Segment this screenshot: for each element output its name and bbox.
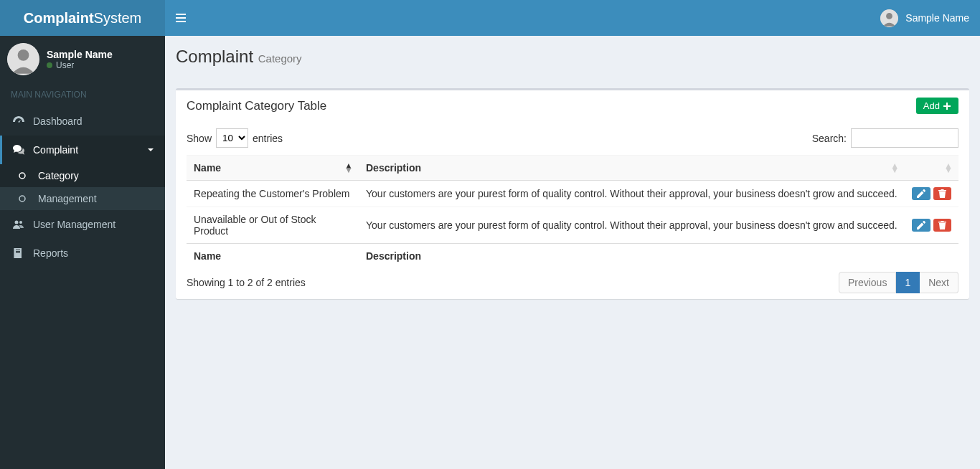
navbar-user-menu[interactable]: Sample Name xyxy=(880,9,969,27)
dashboard-icon xyxy=(13,116,27,126)
book-icon xyxy=(13,248,27,258)
pagination: Previous 1 Next xyxy=(839,277,958,288)
sidebar: Sample Name User MAIN NAVIGATION Dashboa… xyxy=(0,36,165,469)
online-status-icon xyxy=(47,62,52,68)
table-row: Repeating the Customer's Problem Your cu… xyxy=(187,181,958,207)
column-header-name[interactable]: Name ▲▼ xyxy=(187,156,359,181)
add-button[interactable]: Add xyxy=(916,98,958,114)
search-filter: Search: xyxy=(812,128,958,148)
sidebar-item-complaint[interactable]: Complaint xyxy=(0,136,165,164)
pagination-next[interactable]: Next xyxy=(920,272,958,293)
cell-description: Your customers are your purest form of q… xyxy=(359,181,905,207)
sidebar-toggle[interactable] xyxy=(176,13,186,23)
edit-icon xyxy=(917,189,925,198)
sidebar-item-label: Complaint xyxy=(33,144,78,156)
svg-rect-0 xyxy=(176,14,186,15)
plus-icon xyxy=(943,102,951,110)
users-icon xyxy=(13,219,27,229)
page-subtitle: Category xyxy=(258,52,302,65)
sort-icon: ▲▼ xyxy=(944,164,953,172)
sidebar-user-status: User xyxy=(47,60,113,70)
sort-asc-icon: ▲▼ xyxy=(344,164,353,172)
sidebar-item-label: User Management xyxy=(33,219,116,230)
avatar xyxy=(880,9,898,27)
navbar-user-name: Sample Name xyxy=(905,12,969,24)
column-header-description[interactable]: Description ▲▼ xyxy=(359,156,905,181)
footer-description: Description xyxy=(359,244,905,269)
svg-rect-1 xyxy=(176,17,186,19)
sidebar-item-user-management[interactable]: User Management xyxy=(0,210,165,239)
delete-button[interactable] xyxy=(933,219,951,232)
pagination-page-1[interactable]: 1 xyxy=(896,272,920,293)
brand-light: System xyxy=(94,10,142,26)
svg-point-8 xyxy=(19,196,25,202)
logo[interactable]: ComplaintSystem xyxy=(0,0,165,36)
edit-icon xyxy=(917,221,925,229)
svg-rect-13 xyxy=(943,105,951,107)
entries-select[interactable]: 10 xyxy=(216,128,248,148)
sidebar-item-dashboard[interactable]: Dashboard xyxy=(0,107,165,136)
box-title: Complaint Category Table xyxy=(187,99,326,113)
svg-point-10 xyxy=(19,221,22,224)
pagination-prev[interactable]: Previous xyxy=(839,272,896,293)
sidebar-item-label: Dashboard xyxy=(33,115,83,127)
svg-point-4 xyxy=(886,13,892,19)
chevron-down-icon xyxy=(147,146,154,153)
box: Complaint Category Table Add Show 10 xyxy=(176,88,969,299)
table-row: Unavailable or Out of Stock Product Your… xyxy=(187,207,958,244)
trash-icon xyxy=(938,189,946,198)
circle-o-icon xyxy=(18,194,32,203)
edit-button[interactable] xyxy=(912,219,930,232)
sidebar-user-panel: Sample Name User xyxy=(0,36,165,82)
edit-button[interactable] xyxy=(912,187,930,200)
footer-name: Name xyxy=(187,244,359,269)
sort-icon: ▲▼ xyxy=(890,164,899,172)
avatar xyxy=(7,43,39,75)
cell-name: Unavailable or Out of Stock Product xyxy=(187,207,359,244)
svg-point-6 xyxy=(18,49,29,61)
sidebar-item-category[interactable]: Category xyxy=(0,164,165,187)
column-header-actions[interactable]: ▲▼ xyxy=(905,156,958,181)
brand-bold: Complaint xyxy=(24,10,94,26)
svg-rect-2 xyxy=(176,21,186,22)
bars-icon xyxy=(176,13,186,23)
search-input[interactable] xyxy=(851,128,958,148)
delete-button[interactable] xyxy=(933,187,951,200)
sidebar-item-reports[interactable]: Reports xyxy=(0,239,165,267)
entries-length: Show 10 entries xyxy=(187,128,283,148)
cell-description: Your customers are your purest form of q… xyxy=(359,207,905,244)
cell-name: Repeating the Customer's Problem xyxy=(187,181,359,207)
navbar: Sample Name xyxy=(165,0,980,36)
trash-icon xyxy=(938,221,946,229)
svg-point-7 xyxy=(19,173,25,179)
sidebar-item-label: Reports xyxy=(33,247,68,259)
page-title: Complaint Category xyxy=(176,47,969,67)
sidebar-user-name: Sample Name xyxy=(47,49,113,60)
comments-icon xyxy=(13,145,27,155)
sidebar-item-management[interactable]: Management xyxy=(0,187,165,210)
content-header: Complaint Category xyxy=(165,36,980,77)
complaint-category-table: Name ▲▼ Description ▲▼ ▲▼ xyxy=(187,155,958,268)
svg-rect-11 xyxy=(14,248,15,258)
table-info: Showing 1 to 2 of 2 entries xyxy=(187,277,306,288)
sidebar-item-label: Management xyxy=(38,193,97,204)
svg-point-9 xyxy=(15,221,19,224)
circle-o-icon xyxy=(18,171,32,180)
sidebar-nav-header: MAIN NAVIGATION xyxy=(0,82,165,107)
sidebar-item-label: Category xyxy=(38,170,79,181)
main-header: ComplaintSystem Sample Name xyxy=(0,0,980,36)
content-wrapper: Complaint Category Complaint Category Ta… xyxy=(165,36,980,469)
